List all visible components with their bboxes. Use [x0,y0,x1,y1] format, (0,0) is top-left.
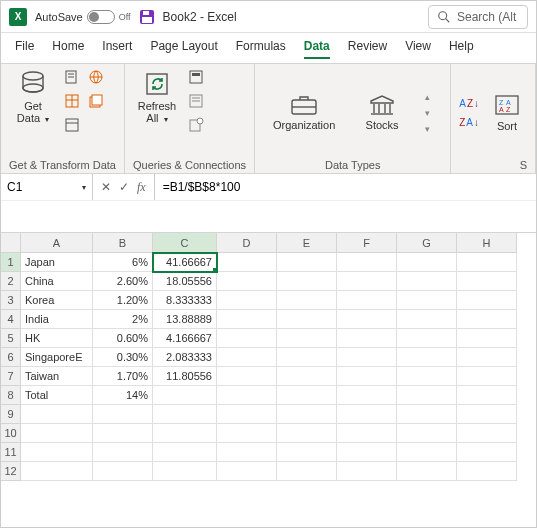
col-header-f[interactable]: F [337,233,397,253]
existing-connections-icon[interactable] [63,116,81,134]
sort-asc-button[interactable]: AZ↓ [459,98,479,109]
cell[interactable] [457,367,517,386]
cell[interactable] [93,462,153,481]
cell[interactable] [457,291,517,310]
col-header-b[interactable]: B [93,233,153,253]
row-header[interactable]: 7 [1,367,21,386]
cell[interactable] [397,348,457,367]
cell[interactable] [337,329,397,348]
cell[interactable] [337,405,397,424]
row-header[interactable]: 8 [1,386,21,405]
stocks-button[interactable]: Stocks [357,91,407,133]
cell[interactable] [277,367,337,386]
scroll-up-icon[interactable]: ▴ [425,92,430,102]
cell[interactable] [217,291,277,310]
cell[interactable] [21,462,93,481]
edit-links-icon[interactable] [187,116,205,134]
autosave-toggle[interactable]: AutoSave Off [35,10,131,24]
cell[interactable] [457,310,517,329]
cell[interactable] [337,462,397,481]
insert-function-icon[interactable]: fx [137,180,146,195]
sort-button[interactable]: ZAAZ Sort [487,90,527,134]
cell[interactable] [21,443,93,462]
cell[interactable] [337,253,397,272]
cell[interactable]: 2.60% [93,272,153,291]
cell[interactable] [457,348,517,367]
sort-desc-button[interactable]: ZA↓ [459,117,479,128]
cell[interactable]: China [21,272,93,291]
cell[interactable] [277,424,337,443]
cell[interactable] [153,462,217,481]
cell[interactable] [277,348,337,367]
cell[interactable]: HK [21,329,93,348]
search-box[interactable]: Search (Alt [428,5,528,29]
cell[interactable] [337,310,397,329]
cell[interactable]: 2% [93,310,153,329]
cell[interactable]: 41.66667 [153,253,217,272]
cell[interactable] [277,272,337,291]
queries-connections-icon[interactable] [187,68,205,86]
cell[interactable] [153,424,217,443]
cell[interactable] [397,291,457,310]
row-header[interactable]: 10 [1,424,21,443]
properties-icon[interactable] [187,92,205,110]
cell[interactable]: 0.30% [93,348,153,367]
cell[interactable] [93,424,153,443]
cell[interactable] [21,424,93,443]
col-header-h[interactable]: H [457,233,517,253]
row-header[interactable]: 9 [1,405,21,424]
cell[interactable] [217,253,277,272]
tab-page-layout[interactable]: Page Layout [150,39,217,59]
cell[interactable] [217,272,277,291]
cell[interactable] [457,462,517,481]
row-header[interactable]: 2 [1,272,21,291]
cell[interactable] [397,367,457,386]
cell[interactable] [397,462,457,481]
cell[interactable] [217,329,277,348]
cell[interactable] [217,443,277,462]
expand-gallery-icon[interactable]: ▾ [425,124,430,134]
cell[interactable] [217,367,277,386]
tab-review[interactable]: Review [348,39,387,59]
tab-data[interactable]: Data [304,39,330,59]
cell[interactable] [277,405,337,424]
cell[interactable]: Taiwan [21,367,93,386]
cell[interactable]: 18.05556 [153,272,217,291]
get-data-button[interactable]: GetData ▾ [9,68,57,127]
cell[interactable] [217,348,277,367]
cell[interactable] [337,386,397,405]
cell[interactable]: 8.333333 [153,291,217,310]
cell[interactable] [397,443,457,462]
cell[interactable] [337,424,397,443]
cell[interactable]: 13.88889 [153,310,217,329]
name-box[interactable]: ▾ [1,174,93,200]
cell[interactable]: 1.20% [93,291,153,310]
cell[interactable] [337,291,397,310]
transform-data-icon[interactable] [87,116,105,134]
col-header-a[interactable]: A [21,233,93,253]
cell[interactable] [457,443,517,462]
cell[interactable] [277,443,337,462]
cell[interactable] [217,386,277,405]
row-header[interactable]: 4 [1,310,21,329]
cell[interactable] [153,405,217,424]
recent-sources-icon[interactable] [87,92,105,110]
cell[interactable] [217,405,277,424]
cell[interactable] [397,424,457,443]
col-header-c[interactable]: C [153,233,217,253]
cell[interactable] [277,310,337,329]
cancel-formula-icon[interactable]: ✕ [101,180,111,194]
cell[interactable] [457,329,517,348]
cell[interactable]: 14% [93,386,153,405]
enter-formula-icon[interactable]: ✓ [119,180,129,194]
cell[interactable] [457,253,517,272]
cell[interactable]: Korea [21,291,93,310]
row-header[interactable]: 6 [1,348,21,367]
cell[interactable] [93,443,153,462]
cell[interactable] [21,405,93,424]
col-header-d[interactable]: D [217,233,277,253]
cell[interactable]: 2.083333 [153,348,217,367]
cell[interactable] [153,443,217,462]
tab-home[interactable]: Home [52,39,84,59]
cell[interactable] [217,310,277,329]
